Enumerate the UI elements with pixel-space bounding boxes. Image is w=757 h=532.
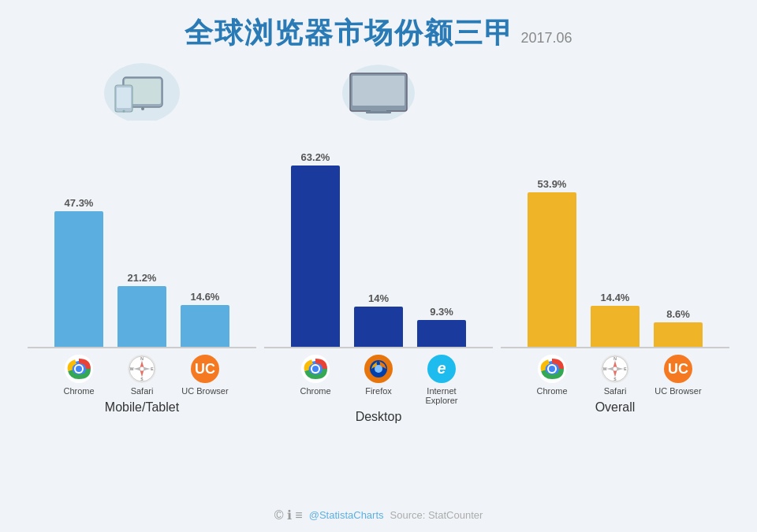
browser-icon-group-mobile-2: UC UC Browser [181,353,229,396]
svg-rect-28 [366,111,391,113]
browser-icon-group-desktop-2: e Internet Explorer [417,353,466,405]
bar-group-mobile-0: 47.3% [54,197,103,347]
svg-text:e: e [437,359,446,377]
browser-icons-row-desktop: Chrome Firefox e Internet Explorer [291,353,466,405]
chrome-icon-overall-0 [536,353,568,385]
browser-name-mobile-1: Safari [131,386,154,396]
svg-rect-5 [117,87,131,108]
firefox-icon-desktop-1 [363,353,394,385]
svg-point-41 [549,366,555,372]
bar-mobile-2 [181,305,229,347]
bar-mobile-0 [54,211,103,347]
browser-icon-group-overall-2: UC UC Browser [654,353,703,396]
chrome-icon-desktop-0 [300,353,331,385]
baseline-overall [501,347,729,348]
browser-icon-group-overall-1: N S W E Safari [591,353,640,396]
title-year: 2017.06 [520,30,572,47]
svg-text:N: N [140,356,144,361]
bar-group-overall-2: 8.6% [654,308,703,347]
svg-text:W: W [603,366,607,371]
bar-value-label-overall-2: 8.6% [666,308,690,320]
device-icon-desktop [335,59,422,122]
ie-icon-desktop-2: e [426,353,457,385]
section-label-overall: Overall [595,400,636,415]
bar-value-label-overall-0: 53.9% [538,178,567,190]
bar-group-desktop-1: 14% [354,292,403,347]
bar-value-label-desktop-1: 14% [368,292,389,304]
svg-point-32 [312,366,319,372]
bar-overall-1 [591,306,640,347]
bar-group-desktop-2: 9.3% [417,306,466,347]
browser-name-mobile-0: Chrome [63,386,94,396]
bars-wrapper-mobile: 47.3%21.2%14.6% [54,126,229,347]
browser-name-desktop-2: Internet Explorer [417,386,466,405]
bar-value-label-mobile-2: 14.6% [191,291,220,303]
svg-point-35 [375,365,382,373]
bar-value-label-desktop-0: 63.2% [301,151,330,163]
header: 全球浏览器市场份额三甲 2017.06 [185,0,572,59]
uc-icon-overall-2: UC [662,353,694,385]
footer-source: Source: StatCounter [390,509,483,521]
bar-value-label-overall-1: 14.4% [601,292,630,303]
footer-handle: @StatistaCharts [309,509,384,521]
svg-point-17 [140,367,144,371]
svg-text:UC: UC [195,361,215,377]
bars-wrapper-desktop: 63.2%14%9.3% [291,126,466,347]
svg-text:N: N [613,356,617,361]
baseline-mobile [28,347,256,348]
browser-name-desktop-1: Firefox [365,386,392,396]
bar-group-overall-1: 14.4% [591,292,640,347]
footer: © ℹ ≡ @StatistaCharts Source: StatCounte… [274,501,483,532]
chart-section-desktop: 63.2%14%9.3% Chrome Firefox e Internet E… [264,59,493,424]
chart-section-mobile: 47.3%21.2%14.6% Chrome N S W E Safari UC… [28,59,256,415]
bar-desktop-2 [417,320,466,347]
safari-icon-overall-1: N S W E [599,353,631,385]
browser-icon-group-mobile-0: Chrome [54,353,103,396]
uc-icon-mobile-2: UC [189,353,221,385]
svg-text:UC: UC [668,361,688,377]
browser-icon-group-overall-0: Chrome [528,353,576,396]
device-icon-overall [572,59,658,122]
svg-point-6 [122,110,125,112]
browser-icon-group-desktop-1: Firefox [354,353,403,405]
bar-desktop-1 [354,307,403,347]
svg-point-48 [613,367,617,371]
bar-value-label-desktop-2: 9.3% [430,306,453,318]
browser-icon-group-mobile-1: N S W E Safari [117,353,166,396]
browser-name-overall-0: Chrome [536,386,567,396]
bar-mobile-1 [117,286,166,347]
svg-point-10 [76,366,82,372]
charts-container: 47.3%21.2%14.6% Chrome N S W E Safari UC… [0,59,757,501]
bar-value-label-mobile-1: 21.2% [128,272,157,284]
browser-name-desktop-0: Chrome [300,386,330,396]
browser-name-overall-1: Safari [604,386,627,396]
bars-wrapper-overall: 53.9%14.4%8.6% [528,126,703,347]
browser-name-overall-2: UC Browser [654,386,701,396]
device-icon-mobile [99,59,185,122]
browser-icon-group-desktop-0: Chrome [291,353,340,405]
browser-icons-row-mobile: Chrome N S W E Safari UC UC Browser [54,353,229,396]
browser-icons-row-overall: Chrome N S W E Safari UC UC Browser [528,353,703,396]
bar-value-label-mobile-0: 47.3% [65,197,94,209]
chart-section-overall: 53.9%14.4%8.6% Chrome N S W E Safari UC … [501,59,729,415]
title-chinese: 全球浏览器市场份额三甲 [185,14,514,53]
bar-overall-0 [528,192,576,347]
browser-name-mobile-2: UC Browser [181,386,228,396]
bar-desktop-0 [291,166,340,347]
footer-license-icons: © ℹ ≡ [274,508,303,523]
bar-group-desktop-0: 63.2% [291,151,340,347]
bar-overall-2 [654,322,703,347]
section-label-mobile: Mobile/Tablet [105,400,179,415]
section-label-desktop: Desktop [356,410,402,424]
svg-point-3 [141,107,144,110]
bar-group-overall-0: 53.9% [528,178,576,347]
safari-icon-mobile-1: N S W E [126,353,158,385]
svg-rect-26 [352,76,405,106]
chrome-icon-mobile-0 [63,353,95,385]
baseline-desktop [264,347,493,348]
bar-group-mobile-2: 14.6% [181,291,229,347]
bar-group-mobile-1: 21.2% [117,272,166,347]
svg-text:W: W [130,366,134,371]
